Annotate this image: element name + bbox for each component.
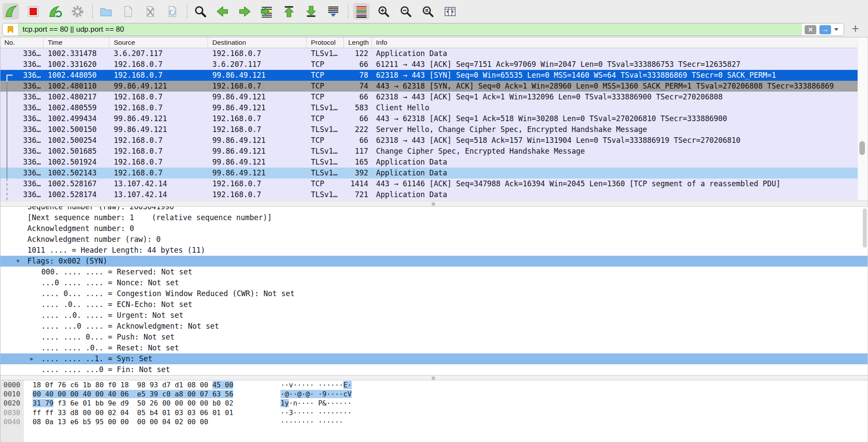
packet-row[interactable]: 336…1002.48011099.86.49.121192.168.0.7TC… bbox=[0, 81, 858, 92]
column-header-source[interactable]: Source bbox=[109, 37, 208, 48]
packet-row[interactable]: 336…1002.502143192.168.0.799.86.49.121TL… bbox=[0, 168, 858, 178]
detail-line[interactable]: ...0 .... .... = Nonce: Not set bbox=[0, 277, 868, 288]
save-file-button bbox=[119, 3, 136, 20]
go-forward-button[interactable] bbox=[236, 3, 253, 20]
detail-line[interactable]: .... ...0 .... = Acknowledgment: Not set bbox=[0, 321, 868, 332]
filter-bookmark-button[interactable] bbox=[3, 23, 19, 36]
packet-row[interactable]: 336…1002.480217192.168.0.799.86.49.121TC… bbox=[0, 92, 858, 102]
hex-bytes[interactable]: 18 0f 76 c6 1b 80 f0 18 98 93 d7 d1 08 0… bbox=[33, 380, 233, 389]
detail-line[interactable]: ▶.... .... ..1. = Syn: Set bbox=[0, 353, 868, 364]
hex-bytes[interactable]: 08 0a 13 e6 b5 95 00 00 00 00 04 02 00 0… bbox=[33, 417, 208, 426]
detail-text: Acknowledgment number (raw): 0 bbox=[27, 235, 161, 244]
detail-line[interactable]: .... .... .0.. = Reset: Not set bbox=[0, 343, 868, 353]
cell-time: 1002.501685 bbox=[43, 146, 109, 157]
add-filter-button[interactable]: + bbox=[849, 22, 862, 35]
column-header-protocol[interactable]: Protocol bbox=[307, 37, 344, 48]
detail-line[interactable]: Acknowledgment number: 0 bbox=[0, 223, 868, 234]
detail-line[interactable]: .... ..0. .... = Urgent: Not set bbox=[0, 310, 868, 321]
go-back-button[interactable] bbox=[214, 3, 231, 20]
cell-proto: TLSv1… bbox=[307, 168, 344, 178]
column-header-destination[interactable]: Destination bbox=[208, 37, 307, 48]
hex-row[interactable]: 001000 40 00 00 40 00 40 06 e5 39 c0 a8 … bbox=[0, 389, 868, 399]
hex-ascii[interactable]: ··3····· ········ bbox=[281, 408, 352, 417]
packet-row[interactable]: 336…1002.49943499.86.49.121192.168.0.7TC… bbox=[0, 113, 858, 124]
apply-filter-button[interactable]: → bbox=[819, 25, 831, 34]
pane-splitter[interactable] bbox=[0, 375, 868, 380]
collapse-arrow-icon[interactable]: ▼ bbox=[17, 256, 20, 267]
packet-row[interactable]: 336…1002.331620192.168.0.73.6.207.117TCP… bbox=[0, 59, 858, 70]
column-header-time[interactable]: Time bbox=[43, 37, 109, 48]
detail-line[interactable]: ▼Flags: 0x002 (SYN) bbox=[0, 256, 868, 267]
detail-line[interactable]: 1011 .... = Header Length: 44 bytes (11) bbox=[0, 245, 868, 256]
packet-list: 336…1002.3314783.6.207.117192.168.0.7TLS… bbox=[0, 48, 858, 201]
column-header-no[interactable]: No. bbox=[0, 37, 43, 48]
restart-capture-button[interactable] bbox=[47, 3, 63, 20]
detail-line[interactable]: Acknowledgment number (raw): 0 bbox=[0, 234, 868, 245]
splitter-handle-icon[interactable] bbox=[432, 376, 435, 380]
hex-offset: 0030 bbox=[3, 408, 20, 417]
hex-offset: 0020 bbox=[3, 399, 20, 408]
zoom-100-button[interactable] bbox=[419, 3, 436, 20]
hex-ascii[interactable]: ··v····· ······E· bbox=[281, 380, 352, 389]
resize-columns-icon bbox=[443, 5, 457, 18]
resize-columns-button[interactable] bbox=[442, 3, 458, 20]
zoom-in-button[interactable] bbox=[375, 3, 392, 20]
scrollbar-track[interactable] bbox=[858, 37, 868, 201]
hex-bytes[interactable]: ff ff 33 d8 00 00 02 04 05 b4 01 03 03 0… bbox=[33, 408, 233, 417]
cell-len: 721 bbox=[344, 189, 372, 200]
detail-line[interactable]: .... .0.. .... = ECN-Echo: Not set bbox=[0, 299, 868, 310]
cell-src: 99.86.49.121 bbox=[109, 124, 208, 135]
colorize-button[interactable] bbox=[353, 3, 370, 20]
cell-dst: 99.86.49.121 bbox=[208, 146, 307, 157]
go-first-button[interactable] bbox=[281, 3, 297, 20]
detail-line[interactable]: .... .... 0... = Push: Not set bbox=[0, 332, 868, 343]
packet-row[interactable]: 336…1002.52817413.107.42.14192.168.0.7TL… bbox=[0, 189, 858, 200]
packet-row[interactable]: 336…1002.500254192.168.0.799.86.49.121TC… bbox=[0, 135, 858, 146]
go-last-button[interactable] bbox=[303, 3, 319, 20]
arrow-down-bar-icon bbox=[304, 5, 318, 18]
detail-line[interactable]: 000. .... .... = Reserved: Not set bbox=[0, 267, 868, 277]
column-header-info[interactable]: Info bbox=[372, 37, 868, 48]
pane-splitter[interactable] bbox=[0, 201, 868, 207]
clear-filter-button[interactable]: ✕ bbox=[805, 25, 816, 34]
detail-line[interactable]: Sequence number (raw): 2003041990 bbox=[0, 207, 868, 212]
open-file-button[interactable] bbox=[97, 3, 114, 20]
cell-src: 192.168.0.7 bbox=[109, 102, 208, 113]
hex-ascii[interactable]: 1y·n···· P&······ bbox=[281, 399, 352, 408]
hex-ascii[interactable]: ········ ······ bbox=[281, 417, 343, 426]
packet-row[interactable]: 336…1002.501685192.168.0.799.86.49.121TL… bbox=[0, 146, 858, 157]
detail-line[interactable]: .... .... ...0 = Fin: Not set bbox=[0, 364, 868, 375]
column-header-length[interactable]: Length bbox=[344, 37, 372, 48]
packet-row[interactable]: 336…1002.52816713.107.42.14192.168.0.7TC… bbox=[0, 178, 858, 189]
packet-row[interactable]: 336…1002.448050192.168.0.799.86.49.121TC… bbox=[0, 70, 858, 81]
packet-row[interactable]: 336…1002.501924192.168.0.799.86.49.121TL… bbox=[0, 157, 858, 168]
scrollbar-thumb[interactable] bbox=[859, 141, 865, 155]
filter-dropdown-caret[interactable] bbox=[834, 28, 838, 31]
hex-row[interactable]: 000018 0f 76 c6 1b 80 f0 18 98 93 d7 d1 … bbox=[0, 380, 868, 389]
detail-line[interactable]: .... 0... .... = Congestion Window Reduc… bbox=[0, 288, 868, 299]
detail-text: Sequence number (raw): 2003041990 bbox=[27, 207, 174, 211]
go-to-packet-button[interactable] bbox=[258, 3, 275, 20]
filter-input[interactable]: tcp.port == 80 || udp.port == 80 bbox=[23, 23, 124, 36]
hex-row[interactable]: 004008 0a 13 e6 b5 95 00 00 00 00 04 02 … bbox=[0, 417, 868, 426]
splitter-handle-icon[interactable] bbox=[432, 202, 435, 206]
scrollbar-thumb[interactable] bbox=[863, 208, 867, 247]
detail-text: .... .... 0... = Push: Not set bbox=[41, 333, 175, 341]
zoom-out-button[interactable] bbox=[397, 3, 414, 20]
hex-ascii[interactable]: ·@··@·@· ·9····cV bbox=[281, 389, 352, 399]
hex-bytes[interactable]: 00 40 00 00 40 00 40 06 e5 39 c0 a8 00 0… bbox=[33, 389, 233, 399]
packet-row[interactable]: 336…1002.480559192.168.0.799.86.49.121TL… bbox=[0, 102, 858, 113]
auto-scroll-button[interactable] bbox=[325, 3, 341, 20]
capture-options-button[interactable] bbox=[69, 3, 86, 20]
start-capture-button[interactable] bbox=[3, 3, 19, 20]
hex-row[interactable]: 002031 79 f3 6e 01 bb 9e d9 50 26 00 00 … bbox=[0, 399, 868, 408]
hex-bytes[interactable]: 31 79 f3 6e 01 bb 9e d9 50 26 00 00 00 0… bbox=[33, 399, 233, 408]
detail-line[interactable]: [Next sequence number: 1 (relative seque… bbox=[0, 212, 868, 223]
packet-row[interactable]: 336…1002.50015099.86.49.121192.168.0.7TL… bbox=[0, 124, 858, 135]
packet-row[interactable]: 336…1002.3314783.6.207.117192.168.0.7TLS… bbox=[0, 48, 858, 59]
hex-row[interactable]: 0030ff ff 33 d8 00 00 02 04 05 b4 01 03 … bbox=[0, 408, 868, 417]
find-packet-button[interactable] bbox=[192, 3, 208, 20]
zoom-out-icon bbox=[399, 5, 413, 18]
stop-capture-button[interactable] bbox=[25, 3, 41, 20]
expand-arrow-icon[interactable]: ▶ bbox=[30, 353, 33, 364]
